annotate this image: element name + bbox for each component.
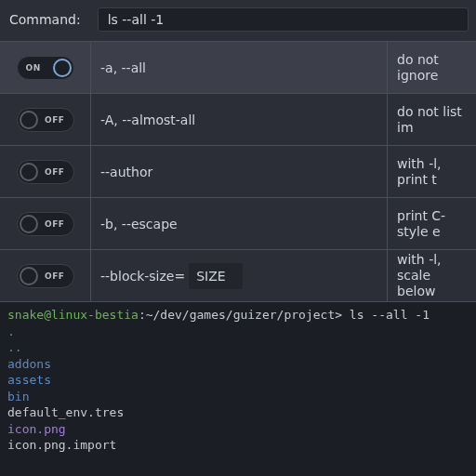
toggle-dot bbox=[20, 163, 38, 181]
terminal-output-line: assets bbox=[7, 372, 469, 389]
terminal-output-line: addons bbox=[7, 356, 469, 373]
option-toggle-cell: ON bbox=[0, 42, 91, 93]
toggle-dot bbox=[20, 215, 38, 233]
terminal-output-line: default_env.tres bbox=[7, 404, 469, 421]
toggle-label: OFF bbox=[45, 219, 64, 229]
option-flag: -a, --all bbox=[100, 60, 146, 75]
terminal-output-line: . bbox=[7, 324, 469, 340]
option-toggle-cell: OFF bbox=[0, 250, 91, 301]
toggle-dot bbox=[53, 59, 72, 77]
option-description: with -l, print t bbox=[388, 146, 476, 197]
option-toggle[interactable]: OFF bbox=[17, 212, 74, 236]
toggle-label: OFF bbox=[45, 115, 64, 125]
option-toggle[interactable]: OFF bbox=[17, 160, 74, 184]
option-flag-cell: -A, --almost-all bbox=[91, 94, 388, 145]
option-description: print C-style e bbox=[388, 198, 476, 249]
option-toggle[interactable]: OFF bbox=[17, 108, 74, 132]
option-flag-cell: -b, --escape bbox=[91, 198, 388, 249]
option-description: do not list im bbox=[388, 94, 476, 145]
prompt-user-host: snake@linux-bestia bbox=[7, 308, 139, 322]
toggle-label: OFF bbox=[45, 271, 64, 281]
option-row: OFF--block-size=with -l, scale below bbox=[0, 250, 476, 302]
prompt-command: ls --all -1 bbox=[342, 308, 430, 322]
command-bar: Command: bbox=[0, 0, 476, 41]
option-toggle-cell: OFF bbox=[0, 94, 91, 145]
terminal-output-line: bin bbox=[7, 389, 469, 405]
terminal-output-line: icon.png.import bbox=[7, 437, 469, 454]
option-description: with -l, scale below bbox=[388, 250, 476, 301]
option-row: OFF-A, --almost-alldo not list im bbox=[0, 94, 476, 146]
option-flag-cell: -a, --all bbox=[91, 42, 388, 93]
option-description: do not ignore bbox=[388, 42, 476, 93]
terminal-pane[interactable]: snake@linux-bestia:~/dev/games/guizer/pr… bbox=[0, 302, 476, 476]
toggle-dot bbox=[20, 111, 38, 129]
terminal-output-line: .. bbox=[7, 339, 469, 356]
toggle-label: ON bbox=[26, 63, 41, 73]
terminal-prompt-line: snake@linux-bestia:~/dev/games/guizer/pr… bbox=[7, 307, 469, 324]
option-flag: --author bbox=[100, 165, 152, 179]
prompt-path: :~/dev/games/guizer/project> bbox=[139, 308, 342, 322]
option-toggle-cell: OFF bbox=[0, 198, 91, 249]
option-arg-input[interactable] bbox=[189, 263, 243, 289]
command-input[interactable] bbox=[98, 7, 469, 32]
option-row: ON-a, --alldo not ignore bbox=[0, 42, 476, 94]
option-flag: -b, --escape bbox=[100, 217, 178, 231]
toggle-label: OFF bbox=[45, 167, 64, 177]
option-flag-cell: --block-size= bbox=[91, 250, 388, 301]
option-toggle[interactable]: OFF bbox=[17, 264, 74, 288]
option-flag: -A, --almost-all bbox=[100, 112, 195, 127]
terminal-output-line: icon.png bbox=[7, 421, 469, 438]
option-row: OFF-b, --escapeprint C-style e bbox=[0, 198, 476, 250]
command-label: Command: bbox=[9, 12, 81, 27]
option-flag: --block-size= bbox=[100, 269, 185, 284]
option-toggle-cell: OFF bbox=[0, 146, 91, 197]
options-table: ON-a, --alldo not ignoreOFF-A, --almost-… bbox=[0, 41, 476, 302]
option-row: OFF--authorwith -l, print t bbox=[0, 146, 476, 198]
toggle-dot bbox=[20, 267, 38, 285]
option-toggle[interactable]: ON bbox=[17, 56, 74, 80]
option-flag-cell: --author bbox=[91, 146, 388, 197]
